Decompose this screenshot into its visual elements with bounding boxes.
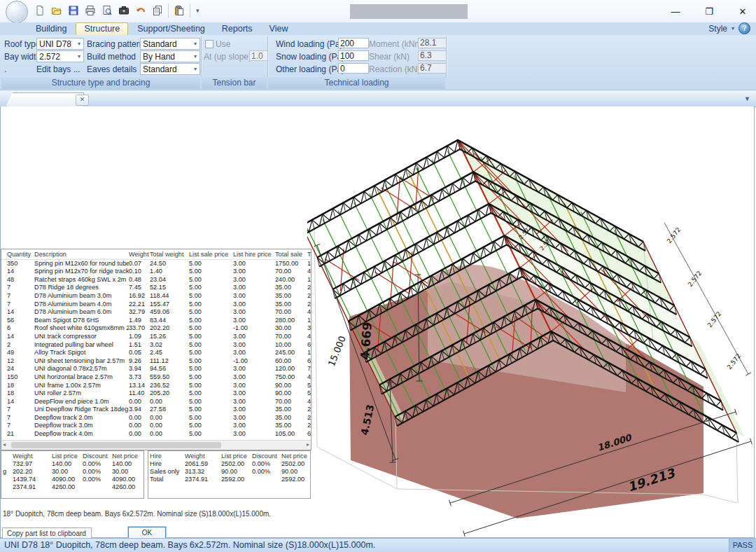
totals-cell: 4090.00	[112, 476, 143, 483]
parts-table-cell: 5.00	[189, 301, 233, 309]
parts-table-cell: 35.00	[275, 406, 307, 414]
parts-table-cell: 83.44	[150, 317, 189, 325]
parts-table-cell: UNI diagonal 0.78x2.57m	[34, 365, 129, 373]
parts-table-cell: 15.26	[150, 333, 189, 341]
help-icon[interactable]: ?	[738, 22, 750, 34]
parts-table-cell: -1.00	[233, 324, 275, 333]
parts-table-cell: 70.00	[275, 333, 307, 341]
parts-table-cell: 42.00	[307, 268, 312, 276]
parts-table-cell: 35.00	[275, 284, 307, 292]
shear-readout: 6.3	[418, 50, 447, 61]
parts-table-row[interactable]: 7Uni Deepflow Ridge Track 18deg3.9427.58…	[1, 406, 311, 414]
parts-table-cell: 155.47	[150, 301, 189, 309]
print-icon[interactable]	[83, 3, 98, 18]
scrollbar-thumb[interactable]	[11, 442, 221, 448]
window-controls: — ❐ ✕	[669, 0, 749, 22]
close-button[interactable]: ✕	[736, 6, 749, 17]
parts-table-row[interactable]: 14Spring pin M12x70 for ridge track0.101…	[1, 268, 311, 276]
restore-button[interactable]: ❐	[703, 6, 715, 17]
drawing-canvas[interactable]: 15.0004.6694.51318.00019.2132.5722.5722.…	[0, 106, 755, 538]
build-method-label: Build method	[87, 52, 136, 62]
parts-table-cell: Roof sheet white 610gsmx8mm 25....	[34, 324, 129, 333]
new-document-icon[interactable]	[32, 3, 48, 18]
ribbon: Roof type UNI D78▾ Bracing pattern Stand…	[0, 35, 756, 90]
parts-table-row[interactable]: 49Alloy Track Spigot0.052.455.003.00245.…	[1, 349, 311, 357]
parts-table-row[interactable]: 48Ratchet straps 460kg SWL x 2m0.4823.04…	[1, 276, 311, 284]
minimize-button[interactable]: —	[669, 6, 682, 17]
tab-structure[interactable]: Structure	[76, 22, 128, 35]
totals-row: 2374.914260.004260.00	[3, 483, 144, 491]
parts-table-cell: 5.00	[189, 341, 233, 350]
parts-table-cell: 3.00	[233, 292, 275, 301]
parts-table-row[interactable]: 18UNI frame 1.00x 2.57m13.14236.525.003.…	[1, 382, 311, 390]
paste-icon[interactable]	[172, 3, 187, 18]
parts-table-row[interactable]: 14DeepFlow end piece 1.0m0.000.005.003.0…	[1, 398, 311, 406]
group-separator	[446, 36, 447, 77]
totals-cell: 2374.91	[13, 483, 52, 491]
snow-loading-input[interactable]	[338, 50, 369, 61]
horizontal-scrollbar[interactable]: ◂ ▸	[1, 440, 311, 450]
tab-view[interactable]: View	[262, 23, 296, 35]
eaves-details-combo[interactable]: Standard▾	[140, 63, 200, 75]
edit-bays-button[interactable]: Edit bays ...	[36, 64, 80, 74]
tab-support-sheeting[interactable]: Support/Sheeting	[130, 23, 213, 35]
parts-table-row[interactable]: 12UNI sheet tensioning bar 2.57m9.26111.…	[1, 357, 311, 366]
undo-icon[interactable]	[133, 3, 148, 18]
parts-table-row[interactable]: 7D78 Ridge 18 degrees7.4552.155.003.0035…	[1, 284, 311, 292]
wind-loading-input[interactable]	[338, 38, 369, 48]
scroll-right-icon[interactable]: ▸	[307, 441, 309, 448]
tab-building[interactable]: Building	[28, 23, 74, 35]
other-loading-input[interactable]	[338, 63, 369, 74]
parts-table-row[interactable]: 7D78 Aluminium beam 3.0m16.92118.445.003…	[1, 292, 311, 301]
parts-table-row[interactable]: 7Deepflow track 3.0m0.000.005.003.0035.0…	[1, 422, 311, 430]
tab-reports[interactable]: Reports	[214, 23, 260, 35]
parts-table-row[interactable]: 2Integrated pulling bar wheel1.513.025.0…	[1, 341, 311, 350]
parts-table-row[interactable]: 14UNI track compressor1.0915.265.003.007…	[1, 333, 311, 341]
parts-table-row[interactable]: 56Beam Spigot D78 6HS1.4983.445.003.0028…	[1, 317, 311, 325]
parts-table-row[interactable]: 7Deepflow track 2.0m0.000.005.003.0035.0…	[1, 414, 311, 422]
roof-type-combo[interactable]: UNI D78▾	[36, 38, 84, 50]
copy-icon[interactable]	[150, 3, 165, 18]
parts-table-cell: 90.00	[275, 382, 307, 390]
bay-width-combo[interactable]: 2.572▾	[36, 50, 84, 62]
style-menu[interactable]: Style	[708, 24, 727, 34]
parts-table-row[interactable]: 14D78 Aluminium beam 6.0m32.79459.065.00…	[1, 308, 311, 317]
parts-table-row[interactable]: 6Roof sheet white 610gsmx8mm 25....33.70…	[1, 324, 311, 333]
parts-table-row[interactable]: 24UNI diagonal 0.78x2.57m3.9494.565.003.…	[1, 365, 311, 373]
copy-part-list-button[interactable]: Copy part list to clipboard	[2, 527, 92, 539]
open-icon[interactable]	[49, 3, 64, 18]
totals-row: Hire2061.592502.000.00%2502.00	[150, 460, 310, 468]
parts-table-cell: 21.00	[307, 414, 312, 422]
moment-label: Moment (kNm)	[369, 39, 424, 49]
close-tab-icon[interactable]: ✕	[76, 95, 89, 106]
parts-table-cell: 5.00	[189, 333, 233, 341]
screenshot-camera-icon[interactable]	[116, 3, 132, 18]
parts-table-row[interactable]: 150UNI horizontal brace 2.57m3.73559.505…	[1, 373, 311, 382]
parts-table-row[interactable]: 21Deepflow track 4.0m0.000.005.003.00105…	[1, 430, 311, 439]
save-icon[interactable]	[66, 3, 81, 18]
bracing-pattern-combo[interactable]: Standard▾	[140, 38, 200, 50]
parts-table-cell: 14	[7, 308, 34, 317]
parts-table-cell: 24	[7, 365, 34, 373]
use-checkbox[interactable]	[205, 40, 214, 48]
structure-3d-view[interactable]: 15.0004.6694.51318.00019.2132.5722.5722.…	[307, 106, 755, 537]
parts-table-row[interactable]: 18UNI roller 2.57m11.40205.205.003.0090.…	[1, 389, 311, 398]
tab-list-dropdown-icon[interactable]: ▼	[744, 95, 750, 102]
scroll-left-icon[interactable]: ◂	[3, 441, 6, 448]
parts-table-row[interactable]: 7D78 Aluminium beam 4.0m22.21155.475.003…	[1, 301, 311, 309]
title-bar: ▾ — ❐ ✕	[0, 0, 756, 22]
ok-button[interactable]: OK	[128, 527, 166, 539]
parts-table-cell: 7	[7, 414, 34, 422]
parts-table-row[interactable]: 350Spring pin M12x60 for round tube0.072…	[1, 260, 311, 268]
at-up-slope-input[interactable]	[249, 50, 269, 61]
document-tab[interactable]	[6, 92, 84, 106]
totals-row: Total2374.912592.002592.00	[150, 476, 310, 483]
style-menu-arrow-icon[interactable]: ▾	[732, 25, 734, 32]
totals-cell: g	[3, 468, 13, 476]
parts-table-cell: 42.00	[307, 398, 312, 406]
build-method-combo[interactable]: By Hand▾	[140, 50, 200, 62]
qat-customize-button[interactable]: ▾	[193, 8, 202, 13]
parts-table-cell: 1750.00	[275, 260, 307, 268]
print-preview-icon[interactable]	[99, 3, 115, 18]
application-orb-button[interactable]	[6, 1, 28, 23]
